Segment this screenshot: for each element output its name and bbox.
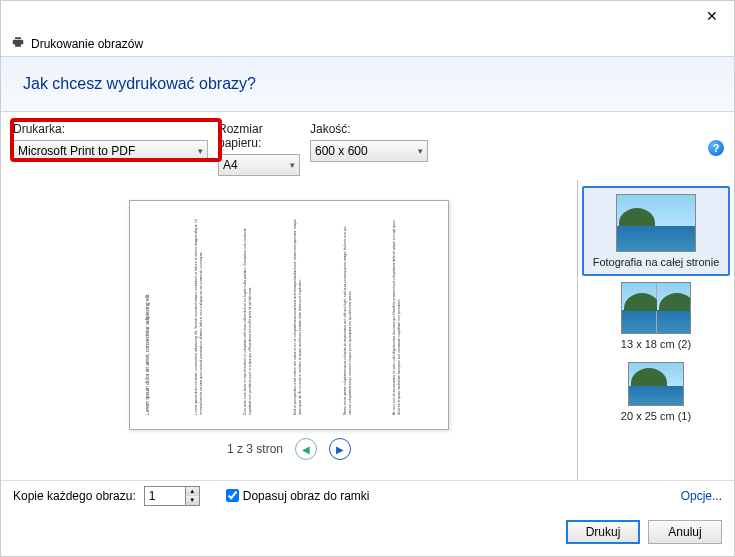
fit-label: Dopasuj obraz do ramki xyxy=(243,489,370,503)
copies-input[interactable] xyxy=(145,487,185,505)
paper-select[interactable]: A4 ▾ xyxy=(218,154,300,176)
template-label: 20 x 25 cm (1) xyxy=(621,410,691,422)
template-label: 13 x 18 cm (2) xyxy=(621,338,691,350)
fit-checkbox[interactable] xyxy=(226,489,239,502)
window-title: Drukowanie obrazów xyxy=(31,37,143,51)
quality-select[interactable]: 600 x 600 ▾ xyxy=(310,140,428,162)
help-icon[interactable]: ? xyxy=(708,140,724,156)
options-link[interactable]: Opcje... xyxy=(681,489,722,503)
spin-up-button[interactable]: ▲ xyxy=(186,487,199,496)
preview-column: Duis aute irure dolor in reprehenderit i… xyxy=(243,215,285,415)
cancel-button[interactable]: Anuluj xyxy=(648,520,722,544)
paper-value: A4 xyxy=(223,158,238,172)
printer-value: Microsoft Print to PDF xyxy=(18,144,135,158)
banner-heading: Jak chcesz wydrukować obrazy? xyxy=(23,75,712,93)
prev-page-button[interactable]: ◀ xyxy=(295,438,317,460)
template-13x18[interactable]: 13 x 18 cm (2) xyxy=(578,276,734,356)
paper-label: Rozmiar papieru: xyxy=(218,122,300,150)
close-icon[interactable]: ✕ xyxy=(698,6,726,26)
templates-panel[interactable]: Fotografia na całej stronie 13 x 18 cm (… xyxy=(577,180,734,480)
preview-column: At vero eos et accusamus et iusto odio d… xyxy=(392,215,434,415)
template-label: Fotografia na całej stronie xyxy=(593,256,720,268)
preview-title: Lorem ipsum dolor sit amet, consectetur … xyxy=(144,215,186,415)
template-20x25[interactable]: 20 x 25 cm (1) xyxy=(578,356,734,428)
printer-icon xyxy=(11,35,25,52)
preview-column: Sed ut perspiciatis unde omnis iste natu… xyxy=(293,215,335,415)
page-preview: Lorem ipsum dolor sit amet, consectetur … xyxy=(129,200,449,430)
copies-label: Kopie każdego obrazu: xyxy=(13,489,136,503)
pager-status: 1 z 3 stron xyxy=(227,442,283,456)
quality-value: 600 x 600 xyxy=(315,144,368,158)
template-full-page[interactable]: Fotografia na całej stronie xyxy=(582,186,730,276)
preview-column: Nemo enim ipsam voluptatem quia voluptas… xyxy=(343,215,385,415)
chevron-down-icon: ▾ xyxy=(198,146,203,156)
printer-select[interactable]: Microsoft Print to PDF ▾ xyxy=(13,140,208,162)
printer-label: Drukarka: xyxy=(13,122,208,136)
spin-down-button[interactable]: ▼ xyxy=(186,496,199,505)
copies-spinner[interactable]: ▲ ▼ xyxy=(144,486,200,506)
chevron-down-icon: ▾ xyxy=(290,160,295,170)
next-page-button[interactable]: ▶ xyxy=(329,438,351,460)
chevron-down-icon: ▾ xyxy=(418,146,423,156)
print-button[interactable]: Drukuj xyxy=(566,520,640,544)
quality-label: Jakość: xyxy=(310,122,428,136)
preview-column: Lorem ipsum dolor sit amet, consectetur … xyxy=(194,215,236,415)
